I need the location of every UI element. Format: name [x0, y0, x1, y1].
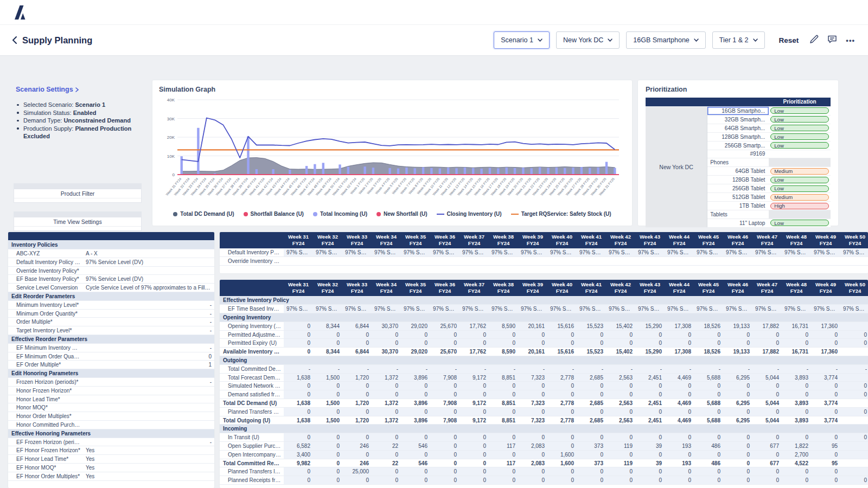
- data-cell[interactable]: 0: [665, 476, 694, 485]
- data-cell[interactable]: 0: [284, 339, 313, 348]
- data-cell[interactable]: 97% Servi...: [342, 305, 372, 313]
- prioritization-value-cell[interactable]: High: [769, 202, 831, 210]
- data-cell[interactable]: [840, 348, 868, 356]
- data-cell[interactable]: 3,400: [284, 450, 313, 459]
- data-cell[interactable]: 0: [694, 390, 723, 399]
- data-cell[interactable]: 0: [606, 407, 635, 416]
- data-cell[interactable]: 0: [840, 390, 868, 399]
- data-cell[interactable]: 0: [518, 390, 547, 399]
- data-cell[interactable]: 0: [489, 467, 518, 476]
- data-cell[interactable]: 117: [489, 459, 518, 467]
- data-cell[interactable]: 0: [811, 382, 840, 390]
- data-cell[interactable]: 0: [665, 407, 694, 416]
- data-cell[interactable]: -: [459, 364, 489, 373]
- data-cell[interactable]: 0: [577, 330, 606, 339]
- data-cell[interactable]: 4,469: [665, 416, 694, 425]
- data-cell[interactable]: 0: [430, 459, 459, 467]
- data-cell[interactable]: 0: [459, 476, 489, 485]
- data-cell[interactable]: 1,372: [372, 399, 401, 408]
- data-cell[interactable]: 1,372: [372, 373, 401, 382]
- data-cell[interactable]: -: [782, 364, 811, 373]
- scenario-settings-link[interactable]: Scenario Settings: [16, 86, 148, 93]
- data-cell[interactable]: 7,908: [430, 373, 459, 382]
- data-cell[interactable]: [372, 257, 401, 266]
- data-cell[interactable]: 1,638: [284, 373, 313, 382]
- data-cell[interactable]: 17,882: [752, 322, 782, 330]
- data-cell[interactable]: 0: [635, 407, 665, 416]
- data-cell[interactable]: 15,523: [577, 348, 606, 356]
- data-cell[interactable]: -: [547, 364, 577, 373]
- data-cell[interactable]: 97% Servi...: [606, 305, 635, 313]
- data-cell[interactable]: 0: [665, 450, 694, 459]
- data-cell[interactable]: 0: [840, 407, 868, 416]
- data-cell[interactable]: 7,323: [518, 399, 547, 408]
- data-cell[interactable]: 0: [489, 330, 518, 339]
- data-cell[interactable]: 0: [372, 330, 401, 339]
- data-cell[interactable]: 5,688: [694, 416, 723, 425]
- data-cell[interactable]: 0: [342, 330, 372, 339]
- data-cell[interactable]: 3,893: [782, 399, 811, 408]
- data-cell[interactable]: 0: [723, 390, 752, 399]
- data-cell[interactable]: 97% Servi...: [518, 248, 547, 257]
- data-cell[interactable]: 193: [665, 442, 694, 451]
- data-cell[interactable]: 0: [313, 442, 342, 451]
- data-cell[interactable]: 16,731: [782, 322, 811, 330]
- data-cell[interactable]: 0: [430, 433, 459, 442]
- data-cell[interactable]: 0: [635, 476, 665, 485]
- data-cell[interactable]: 119: [606, 442, 635, 451]
- parameter-value-cell[interactable]: 97% Service Level (DV): [83, 275, 214, 284]
- data-cell[interactable]: 3,896: [401, 399, 430, 408]
- data-cell[interactable]: [723, 257, 752, 266]
- data-cell[interactable]: [547, 257, 577, 266]
- data-cell[interactable]: 20,161: [518, 322, 547, 330]
- prioritization-value-cell[interactable]: Low: [769, 124, 831, 132]
- data-cell[interactable]: 0: [401, 450, 430, 459]
- data-cell[interactable]: 0: [459, 442, 489, 451]
- prioritization-value-cell[interactable]: Low: [769, 176, 831, 184]
- data-cell[interactable]: 0: [840, 382, 868, 390]
- data-cell[interactable]: 17,762: [459, 348, 489, 356]
- data-cell[interactable]: 0: [694, 433, 723, 442]
- data-cell[interactable]: 0: [401, 467, 430, 476]
- data-cell[interactable]: [782, 257, 811, 266]
- data-cell[interactable]: 97% Servi...: [372, 248, 401, 257]
- data-cell[interactable]: 1,600: [547, 459, 577, 467]
- data-cell[interactable]: 246: [342, 459, 372, 467]
- parameter-value-cell[interactable]: Yes: [83, 472, 214, 480]
- data-cell[interactable]: 0: [459, 467, 489, 476]
- data-cell[interactable]: 0: [752, 433, 782, 442]
- data-cell[interactable]: 97% Servi...: [459, 248, 489, 257]
- reset-button[interactable]: Reset: [776, 36, 802, 45]
- data-cell[interactable]: 0: [694, 407, 723, 416]
- prioritization-value-cell[interactable]: Medium: [769, 167, 831, 176]
- data-cell[interactable]: 0: [518, 330, 547, 339]
- data-cell[interactable]: 0: [518, 476, 547, 485]
- parameter-value-cell[interactable]: 0: [83, 352, 214, 361]
- data-cell[interactable]: 0: [284, 382, 313, 390]
- data-cell[interactable]: 15,402: [606, 348, 635, 356]
- data-cell[interactable]: 0: [372, 390, 401, 399]
- data-cell[interactable]: 0: [782, 382, 811, 390]
- data-cell[interactable]: 0: [606, 390, 635, 399]
- data-cell[interactable]: 97% Servi...: [840, 305, 868, 313]
- data-cell[interactable]: 97% Servi...: [782, 305, 811, 313]
- data-cell[interactable]: 0: [372, 433, 401, 442]
- data-cell[interactable]: 25,000: [342, 467, 372, 476]
- data-cell[interactable]: 4,469: [665, 399, 694, 408]
- data-cell[interactable]: 30,370: [372, 348, 401, 356]
- data-cell[interactable]: 3,774: [811, 399, 840, 408]
- data-cell[interactable]: 0: [342, 339, 372, 348]
- data-cell[interactable]: [606, 257, 635, 266]
- data-cell[interactable]: 18,526: [694, 348, 723, 356]
- data-cell[interactable]: 19,133: [723, 322, 752, 330]
- data-cell[interactable]: 0: [430, 330, 459, 339]
- data-cell[interactable]: [284, 257, 313, 266]
- data-cell[interactable]: 0: [782, 339, 811, 348]
- data-cell[interactable]: 6,582: [284, 442, 313, 451]
- data-cell[interactable]: 0: [518, 467, 547, 476]
- data-cell[interactable]: 0: [313, 390, 342, 399]
- data-cell[interactable]: 373: [577, 459, 606, 467]
- data-cell[interactable]: 0: [401, 339, 430, 348]
- data-cell[interactable]: 0: [577, 467, 606, 476]
- data-cell[interactable]: 0: [811, 433, 840, 442]
